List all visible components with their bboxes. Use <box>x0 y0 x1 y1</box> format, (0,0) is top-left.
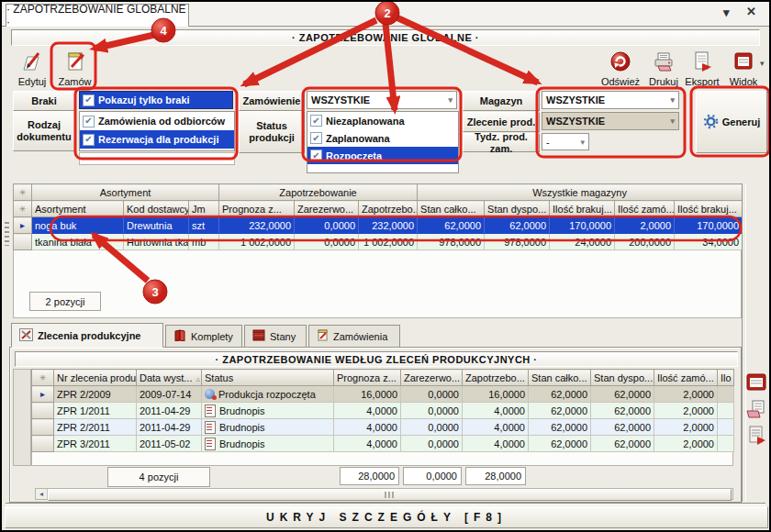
column-header[interactable]: Ilość brakuj... <box>675 201 743 217</box>
cell[interactable]: 2011-05-02 <box>137 436 202 452</box>
cell[interactable]: Drewutnia <box>124 217 189 234</box>
status-cell[interactable]: Brudnopis <box>202 403 334 419</box>
row-selector[interactable]: ▸ <box>32 386 54 403</box>
cell[interactable]: 2011-04-29 <box>137 419 202 436</box>
column-header[interactable]: Asortyment <box>32 201 124 217</box>
group-header[interactable]: Zapotrzebowanie <box>219 184 418 201</box>
cell[interactable]: 0,0000 <box>401 436 463 452</box>
tab-zlecenia-produkcyjne[interactable]: Zlecenia produkcyjne <box>11 323 163 348</box>
cell[interactable]: 24,0000 <box>550 234 615 250</box>
view-button[interactable]: Widok <box>725 50 762 88</box>
row-selector[interactable] <box>32 403 54 419</box>
cell[interactable]: 62,0000 <box>591 386 654 403</box>
cell[interactable] <box>718 436 734 452</box>
column-header[interactable]: Prognoza z... <box>219 201 295 217</box>
table-row[interactable]: ▸noga bukDrewutniaszt232,00000,0000232,0… <box>14 217 743 234</box>
column-header[interactable]: Ilość brakuj... <box>550 201 615 217</box>
cell[interactable]: 2,0000 <box>615 217 675 234</box>
cell[interactable]: 2,0000 <box>654 403 718 419</box>
cell[interactable]: ZPR 2/2009 <box>54 386 137 403</box>
cell[interactable] <box>718 386 734 403</box>
column-header[interactable]: Ilość zamó... <box>654 370 718 386</box>
cell[interactable]: 978,0000 <box>418 234 485 250</box>
group-header[interactable]: Asortyment <box>32 184 219 201</box>
cell[interactable]: 62,0000 <box>529 419 591 436</box>
cell[interactable]: ZPR 2/2011 <box>54 419 137 436</box>
table-row[interactable]: tkanina białaHurtownia tkanin i...mb1 00… <box>14 234 743 250</box>
splitter-handle[interactable] <box>5 222 9 246</box>
column-header[interactable]: Prognoza z... <box>334 370 401 386</box>
cell[interactable]: szt <box>189 217 219 234</box>
column-header[interactable]: Data wyst...▵ <box>137 370 202 386</box>
cell[interactable]: 4,0000 <box>463 436 529 452</box>
column-header[interactable]: Zarezerwo... <box>401 370 463 386</box>
scroll-left-icon[interactable]: ◂ <box>36 489 48 499</box>
cell[interactable]: 4,0000 <box>463 419 529 436</box>
cell[interactable]: 4,0000 <box>334 436 401 452</box>
cell[interactable]: 4,0000 <box>463 403 529 419</box>
cell[interactable]: 62,0000 <box>591 403 654 419</box>
checkbox-zaplanowana[interactable]: ✔ Zaplanowana <box>307 129 458 147</box>
checkbox-rezerwacja-dla-produkcji[interactable]: ✔ Rezerwacja dla produkcji <box>80 130 234 149</box>
scrollbar-thumb[interactable] <box>48 489 732 501</box>
cell[interactable]: 2,0000 <box>654 386 718 403</box>
detail-print-button[interactable] <box>745 399 767 423</box>
cell[interactable]: 0,0000 <box>401 403 463 419</box>
cell[interactable]: noga buk <box>32 217 124 234</box>
cell[interactable]: 62,0000 <box>591 419 654 436</box>
cell[interactable]: mb <box>189 234 219 250</box>
cell[interactable] <box>718 403 734 419</box>
cell[interactable]: 232,0000 <box>219 217 295 234</box>
cell[interactable]: 62,0000 <box>591 436 654 452</box>
cell[interactable]: ZPR 3/2011 <box>54 436 137 452</box>
cell[interactable]: 62,0000 <box>418 217 485 234</box>
print-button[interactable]: Drukuj <box>644 50 683 88</box>
cell[interactable]: 200,0000 <box>615 234 675 250</box>
cell[interactable]: 0,0000 <box>295 234 359 250</box>
table-row[interactable]: ZPR 3/20112011-05-02Brudnopis4,00000,000… <box>32 436 734 452</box>
cell[interactable]: 1 002,0000 <box>359 234 418 250</box>
row-selector[interactable] <box>14 234 32 250</box>
column-header[interactable]: Nr zlecenia produ... <box>54 370 137 386</box>
table-row[interactable]: ZPR 2/20112011-04-29Brudnopis4,00000,000… <box>32 419 734 436</box>
cell[interactable]: 170,0000 <box>675 217 743 234</box>
tab-stany[interactable]: Stany <box>244 325 307 348</box>
status-cell[interactable]: Brudnopis <box>202 436 334 452</box>
hide-details-button[interactable]: UKRYJ SZCZEGÓŁY [F8] <box>5 506 768 528</box>
refresh-button[interactable]: Odśwież <box>598 50 642 88</box>
cell[interactable]: Hurtownia tkanin i... <box>124 234 189 250</box>
cell[interactable]: 0,0000 <box>401 386 463 403</box>
cell[interactable]: 0,0000 <box>401 419 463 436</box>
checkbox-rozpoczeta[interactable]: ✔ Rozpoczęta <box>307 147 458 164</box>
column-header[interactable]: Kod dostawcy <box>124 201 189 217</box>
cell[interactable]: 16,0000 <box>463 386 529 403</box>
cell[interactable]: 62,0000 <box>529 403 591 419</box>
column-header[interactable]: Stan dyspo... <box>591 370 654 386</box>
order-button[interactable]: Zamów <box>54 50 95 88</box>
detail-export-button[interactable] <box>745 425 767 449</box>
column-header[interactable]: Jm <box>189 201 219 217</box>
cell[interactable]: 2009-07-14 <box>137 386 202 403</box>
tab-zamowienia[interactable]: Zamówienia <box>308 325 400 348</box>
row-selector[interactable] <box>32 419 54 436</box>
tydz-prod-zam-dropdown[interactable]: - ▾ <box>542 133 589 150</box>
cell[interactable]: ZPR 1/2011 <box>54 403 137 419</box>
checkbox-zamowienia-od-odbiorcow[interactable]: ✔ Zamówienia od odbiorców <box>80 112 234 130</box>
column-header[interactable]: Zarezerwo... <box>295 201 359 217</box>
column-header[interactable]: Zapotrzebo... <box>359 201 418 217</box>
cell[interactable]: tkanina biała <box>32 234 124 250</box>
cell[interactable]: 16,0000 <box>334 386 401 403</box>
tab-komplety[interactable]: Komplety <box>165 325 242 348</box>
checkbox-pokazuj-tylko-braki[interactable]: ✔ Pokazuj tylko braki <box>79 91 233 109</box>
checkbox-niezaplanowana[interactable]: ✔ Niezaplanowana <box>307 112 458 129</box>
group-header[interactable]: Wszystkie magazyny <box>418 184 743 201</box>
column-header[interactable]: Stan całko... <box>418 201 485 217</box>
cell[interactable]: 0,0000 <box>295 217 359 234</box>
column-header[interactable]: Stan dyspo... <box>485 201 550 217</box>
cell[interactable] <box>718 419 734 436</box>
column-header[interactable]: Zapotrzebo... <box>463 370 529 386</box>
status-cell[interactable]: Brudnopis <box>202 419 334 436</box>
table-row[interactable]: ZPR 1/20112011-04-29Brudnopis4,00000,000… <box>32 403 734 419</box>
cell[interactable]: 1 002,0000 <box>219 234 295 250</box>
column-header[interactable]: Ilość zamó... <box>615 201 675 217</box>
